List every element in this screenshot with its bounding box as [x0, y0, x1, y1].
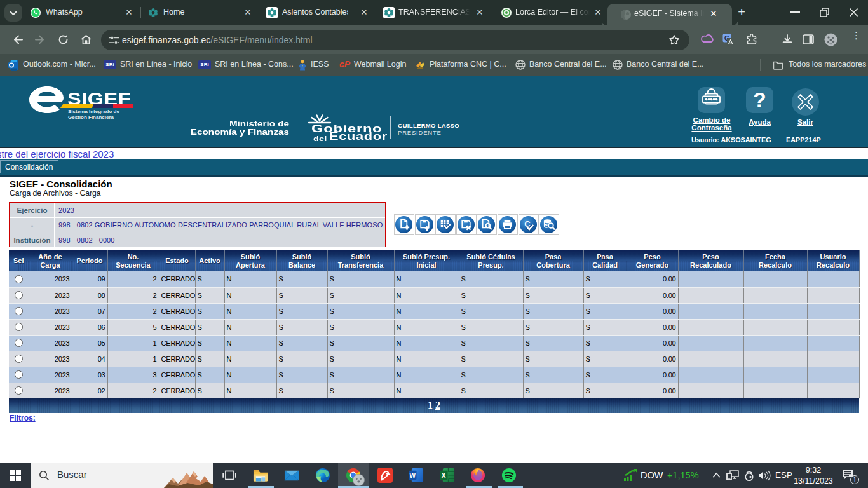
svg-text:X: X [442, 472, 446, 479]
